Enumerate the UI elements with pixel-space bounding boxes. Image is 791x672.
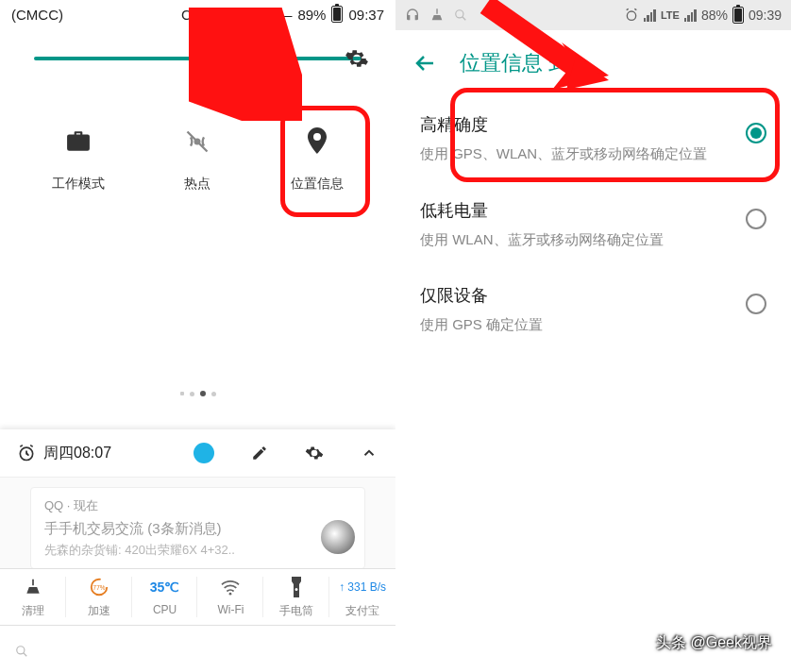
wifi-icon <box>220 577 241 597</box>
option-device-only[interactable]: 仅限设备 使用 GPS 确定位置 <box>396 267 791 353</box>
carrier-label-left: (CMCC) <box>11 7 63 23</box>
battery-pct: 88% <box>701 8 728 23</box>
alarm-row[interactable]: 周四08:07 <box>17 444 177 463</box>
bottom-toolbar: 清理 77% 加速 35℃ CPU Wi-Fi 手电筒 ↑ 331 B/s 支付… <box>0 568 396 626</box>
tool-wifi[interactable]: Wi-Fi <box>197 569 263 625</box>
tile-label: 热点 <box>184 176 210 193</box>
clock-time: 09:39 <box>749 8 782 23</box>
clock-time: 09:37 <box>348 7 384 23</box>
callout-arrow-right <box>477 0 609 90</box>
shade-header: 周四08:07 <box>0 429 396 478</box>
dot <box>211 392 216 396</box>
notif-source: QQ · 现在 <box>44 497 351 514</box>
phone-left: (CMCC) CHN-UNICOM — 89% 09:37 工作模式 热点 <box>0 0 396 672</box>
svg-point-6 <box>456 10 463 18</box>
broom-icon <box>24 577 42 597</box>
user-avatar-icon[interactable] <box>194 443 214 463</box>
network-speed: ↑ 331 B/s <box>339 577 386 597</box>
signal-icon <box>644 9 656 22</box>
hotspot-off-icon <box>182 126 212 157</box>
search-bar[interactable] <box>0 638 396 664</box>
chevron-up-icon[interactable] <box>360 444 379 462</box>
lte-label: LTE <box>661 9 680 21</box>
tile-hotspot[interactable]: 热点 <box>150 126 244 193</box>
callout-arrow-left <box>189 8 302 121</box>
option-title: 低耗电量 <box>420 199 731 222</box>
gauge-icon: 77% <box>89 577 109 597</box>
option-desc: 使用 WLAN、蓝牙或移动网络确定位置 <box>420 229 731 251</box>
notif-thumb <box>321 520 355 554</box>
tool-boost[interactable]: 77% 加速 <box>66 569 132 625</box>
pager-dots[interactable] <box>0 381 396 406</box>
svg-point-7 <box>627 11 635 20</box>
search-icon <box>454 8 467 22</box>
option-desc: 使用 GPS、WLAN、蓝牙或移动网络确定位置 <box>420 143 731 165</box>
tool-clean[interactable]: 清理 <box>0 569 66 625</box>
alarm-icon <box>624 8 639 23</box>
alarm-label: 周四08:07 <box>43 444 111 463</box>
dot <box>180 392 184 395</box>
alarm-icon <box>17 444 36 462</box>
battery-icon <box>732 7 744 24</box>
option-high-accuracy[interactable]: 高精确度 使用 GPS、WLAN、蓝牙或移动网络确定位置 <box>396 96 791 182</box>
signal-icon <box>684 9 697 22</box>
tile-label: 位置信息 <box>291 176 344 193</box>
notif-body: 先森的杂货铺: 420出荣耀6X 4+32.. <box>44 542 351 559</box>
svg-text:77%: 77% <box>93 584 105 591</box>
option-title: 高精确度 <box>420 113 731 136</box>
watermark: 头条 @Geek视界 <box>656 633 772 653</box>
notification-shade: 周四08:07 QQ · 现在 手手机交易交流 (3条新消息) 先森的杂货铺: … <box>0 429 396 569</box>
option-desc: 使用 GPS 确定位置 <box>420 314 731 336</box>
temp-label: 35℃ <box>150 577 180 597</box>
option-title: 仅限设备 <box>420 284 731 307</box>
location-pin-icon <box>302 126 332 157</box>
briefcase-icon <box>63 126 93 157</box>
tool-alipay[interactable]: ↑ 331 B/s 支付宝 <box>329 569 396 625</box>
headset-icon <box>405 8 420 23</box>
radio-unselected[interactable] <box>746 294 766 314</box>
search-icon <box>15 645 28 658</box>
notification-card[interactable]: QQ · 现在 手手机交易交流 (3条新消息) 先森的杂货铺: 420出荣耀6X… <box>30 487 365 569</box>
phone-right: LTE 88% 09:39 位置信息 式 高精确度 使用 GPS、WLAN、蓝牙… <box>396 0 791 672</box>
tool-label: 清理 <box>22 603 44 619</box>
radio-unselected[interactable] <box>746 209 766 229</box>
gear-icon[interactable] <box>345 46 369 71</box>
tool-torch[interactable]: 手电筒 <box>263 569 329 625</box>
dot-active <box>200 391 206 396</box>
svg-line-8 <box>486 5 581 71</box>
gear-icon[interactable] <box>305 444 324 462</box>
flashlight-icon <box>290 577 303 597</box>
edit-icon[interactable] <box>250 444 269 462</box>
tool-label: 支付宝 <box>345 603 379 619</box>
tool-label: 手电筒 <box>279 603 313 619</box>
tile-label: 工作模式 <box>52 176 105 193</box>
tool-label: 加速 <box>88 603 110 619</box>
svg-point-5 <box>17 647 25 654</box>
dot <box>190 392 194 396</box>
tool-label: Wi-Fi <box>217 603 244 616</box>
tool-label: CPU <box>153 603 177 616</box>
tile-location[interactable]: 位置信息 <box>270 126 364 193</box>
notif-title: 手手机交易交流 (3条新消息) <box>44 520 351 538</box>
svg-line-0 <box>203 22 278 102</box>
back-arrow-icon[interactable] <box>414 52 437 75</box>
option-battery-saving[interactable]: 低耗电量 使用 WLAN、蓝牙或移动网络确定位置 <box>396 182 791 268</box>
svg-point-4 <box>229 593 232 596</box>
tile-work-mode[interactable]: 工作模式 <box>31 126 126 193</box>
battery-icon <box>331 6 343 23</box>
tool-cpu[interactable]: 35℃ CPU <box>132 569 198 625</box>
broom-status-icon <box>429 8 445 23</box>
radio-selected[interactable] <box>746 123 766 143</box>
